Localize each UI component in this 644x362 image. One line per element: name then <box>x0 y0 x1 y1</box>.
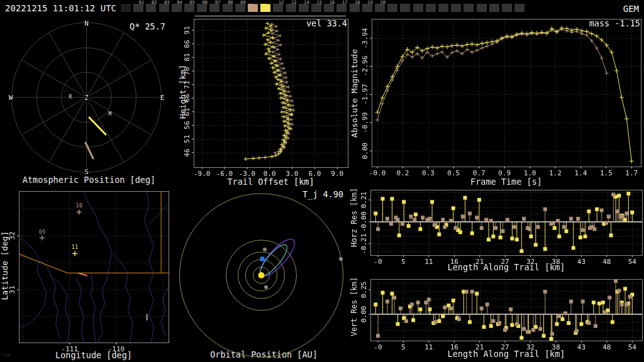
x-tick-label: 38 <box>552 258 560 266</box>
x-tick-label: 6.0 <box>308 170 321 178</box>
station-marker-label: 09 <box>39 229 46 235</box>
frame-box[interactable] <box>438 4 448 12</box>
frame-box[interactable] <box>489 4 499 12</box>
y-tick-label: 91 <box>183 26 191 35</box>
frame-number: 14 <box>304 0 309 5</box>
compass-east-label: E <box>160 94 165 102</box>
y-tick-label: 86 <box>183 40 191 48</box>
frame-box-15[interactable]: 15 <box>311 4 321 12</box>
x-tick-label: 48 <box>602 258 611 266</box>
frame-number: 05 <box>190 0 195 5</box>
frame-box-07[interactable]: 07 <box>209 4 219 12</box>
x-tick-label: 1.5 <box>600 169 613 177</box>
x-tick-label: -6.0 <box>216 170 233 178</box>
frame-box[interactable] <box>400 4 410 12</box>
x-tick-label: 1.7 <box>625 169 638 177</box>
y-tick-label: 0.21 <box>360 192 368 209</box>
x-tick-label: 1.2 <box>549 169 562 177</box>
frame-box-08[interactable]: 08 <box>223 4 233 12</box>
frame-number: 12 <box>279 0 284 5</box>
frame-box[interactable] <box>451 4 461 12</box>
horizontal-residuals-panel: Horz Res [km] Length Along Trail [km] -0… <box>350 186 644 277</box>
y-tick-label: -1.97 <box>361 84 369 105</box>
x-tick-label: 0.7 <box>473 169 486 177</box>
y-tick-label: 56 <box>183 121 191 129</box>
y-tick-label: 71 <box>183 80 191 89</box>
frame-box[interactable] <box>464 4 474 12</box>
light-curve-panel: mass -1.15 Absolute Magnitude Frame Time… <box>350 18 644 186</box>
frame-box-14[interactable]: 14 <box>299 4 309 12</box>
frame-box[interactable] <box>477 4 487 12</box>
x-tick-label: 1.4 <box>574 169 587 177</box>
atmospheric-polar-canvas <box>0 18 178 186</box>
frame-box-03[interactable]: 03 <box>159 4 169 12</box>
x-tick-label: 48 <box>602 343 611 351</box>
frame-box[interactable] <box>426 4 436 12</box>
y-tick-label: -0.99 <box>361 112 369 133</box>
x-tick-label: -9.0 <box>194 170 211 178</box>
frame-box-11[interactable]: 11 <box>260 4 270 12</box>
y-tick-label: 31 <box>8 285 16 293</box>
x-tick-label: 11 <box>425 343 433 351</box>
frame-box-18[interactable]: 18 <box>350 4 360 12</box>
x-tick-label: 9.0 <box>331 170 343 178</box>
x-tick-label: 54 <box>628 258 636 266</box>
x-tick-label: 32 <box>526 258 535 266</box>
x-tick-label: 1.0 <box>524 169 536 177</box>
y-tick-label: 51 <box>183 134 191 143</box>
x-tick-label: 21 <box>475 258 484 266</box>
x-tick-label: 5 <box>401 258 406 266</box>
frame-number: 09 <box>240 0 245 5</box>
y-tick-label: 66 <box>183 94 191 102</box>
frame-box[interactable] <box>387 4 397 12</box>
zenith-label-label: Z <box>84 94 88 101</box>
frame-box-12[interactable]: 12 <box>273 4 283 12</box>
frame-number: 08 <box>228 0 233 5</box>
frame-number: 04 <box>177 0 182 5</box>
frame-number: 13 <box>291 0 296 5</box>
trail-offset-panel: vel 33.4 Height [km] Trail Offset [km] -… <box>178 18 350 186</box>
frame-number: 02 <box>152 0 157 5</box>
frame-box-04[interactable]: 04 <box>172 4 182 12</box>
x-tick-label: 11 <box>425 258 433 266</box>
frame-box-05[interactable]: 05 <box>184 4 194 12</box>
x-tick-label: 16 <box>450 343 458 351</box>
compass-north-label: N <box>84 19 89 28</box>
frame-box[interactable] <box>514 4 525 12</box>
atmospheric-position-panel: Q* 25.7 Atmospheric Position [deg] NSWEZ… <box>0 18 178 186</box>
frame-box[interactable] <box>121 4 131 12</box>
y-tick-label: 76 <box>183 67 191 75</box>
x-tick-label: -0 <box>374 258 382 266</box>
frame-box-17[interactable]: 17 <box>336 4 347 12</box>
x-tick-label: 0.0 <box>264 170 276 178</box>
frame-box[interactable] <box>413 4 423 12</box>
frame-number: 11 <box>266 1 271 6</box>
frame-box-10[interactable]: 10 <box>248 4 258 12</box>
frame-box-02[interactable]: 02 <box>146 4 156 12</box>
frame-box[interactable] <box>502 4 512 12</box>
orbital-position-panel: T_j 4.90 Orbital Position [AU] <box>178 186 350 362</box>
watermark-signature: rjw <box>2 352 10 357</box>
x-tick-label: 0.5 <box>447 169 460 177</box>
frame-number: 03 <box>164 0 169 5</box>
frame-box-06[interactable]: 06 <box>197 4 207 12</box>
frame-box-20[interactable]: 20 <box>375 4 385 12</box>
frame-number: 15 <box>317 0 322 5</box>
frame-range-underline <box>195 16 346 16</box>
x-tick-label: 54 <box>628 343 636 351</box>
y-tick-label: 32 <box>8 232 16 240</box>
frame-number: 16 <box>330 0 335 5</box>
app-root: { "topbar": { "timestamp": "20221215 11:… <box>0 0 644 362</box>
x-tick-label: 21 <box>475 343 484 351</box>
y-tick-label: 0.25 <box>360 282 368 299</box>
compass-south-label: S <box>84 168 89 176</box>
frame-box-16[interactable]: 16 <box>324 4 334 12</box>
y-tick-label: 0.00 <box>360 306 368 323</box>
frame-box-19[interactable]: 19 <box>362 4 372 12</box>
frame-box-09[interactable]: 09 <box>235 4 245 12</box>
x-tick-label: 27 <box>501 258 509 266</box>
station-marker-label: 11 <box>72 244 79 250</box>
frame-box-13[interactable]: 13 <box>286 4 296 12</box>
x-tick-label: 43 <box>577 258 586 266</box>
frame-box-01[interactable]: 01 <box>133 4 143 12</box>
